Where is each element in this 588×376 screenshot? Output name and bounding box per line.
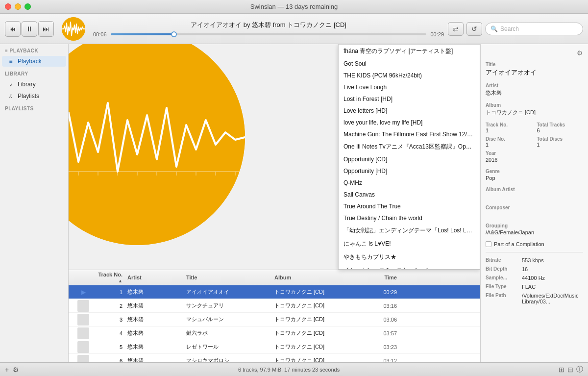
info-bitdepth: Bit Depth 16 <box>486 266 583 272</box>
minimize-button[interactable] <box>15 3 21 10</box>
status-text: 6 tracks, 97.9 MiB, 17 minutes 23 second… <box>238 367 340 373</box>
track-thumb <box>77 314 89 326</box>
search-box[interactable]: 🔍 Search <box>485 23 583 35</box>
main-area: ≡ Playback ≡ Playback Library ♪ Library … <box>0 44 588 362</box>
play-pause-button[interactable]: ⏸ <box>22 21 37 37</box>
td-time: 03:23 <box>372 344 402 350</box>
dropdown-item[interactable]: Sail Canvas <box>339 189 480 201</box>
dropdown-item[interactable]: Live Love Lough <box>339 81 480 93</box>
close-button[interactable] <box>5 3 11 10</box>
dropdown-item[interactable]: love your life, love my life [HD] <box>339 117 480 128</box>
now-playing-text: アイオイアオオイ by 悠木碧 from トコワカノクニ [CD] <box>191 21 346 29</box>
th-title[interactable]: Title <box>186 275 274 280</box>
table-row[interactable]: 3 悠木碧 マシュバルーン トコワカノクニ [CD] 03:06 <box>69 313 480 326</box>
info-samplerate-value: 44100 Hz <box>522 275 545 281</box>
next-button[interactable]: ⏭ <box>38 21 54 37</box>
dropdown-item[interactable]: Opportunity [CD] <box>339 153 480 165</box>
status-left: + ⚙ <box>5 366 19 374</box>
compilation-label: Part of a Compilation <box>494 241 544 247</box>
dropdown-item[interactable]: True Destiny / Chain the world <box>339 212 480 224</box>
dropdown-item[interactable]: fhána 青空のラプソディ [アーティスト盤] <box>339 45 480 58</box>
settings-icon-status[interactable]: ⚙ <box>13 366 19 374</box>
table-row[interactable]: 2 悠木碧 サンクチュアリ トコワカノクニ [CD] 03:16 <box>69 299 480 313</box>
td-artist: 悠木碧 <box>127 357 186 362</box>
meta-genre-value: Pop <box>486 175 583 181</box>
info-bitdepth-label: Bit Depth <box>486 266 520 272</box>
album-art-toolbar <box>62 17 85 41</box>
meta-albumartist-label: Album Artist <box>486 187 583 192</box>
progress-bar[interactable]: 00:06 00:29 <box>93 31 444 37</box>
dropdown-item[interactable]: THE KIDS (PCM 96kHz/24bit) <box>339 70 480 81</box>
progress-thumb[interactable] <box>171 31 177 37</box>
sidebar-item-playback[interactable]: ≡ Playback <box>2 56 66 67</box>
dropdown-item[interactable]: Got Soul <box>339 58 480 70</box>
meta-artist-label: Artist <box>486 83 583 88</box>
meta-totaldiscs-value: 1 <box>537 142 584 148</box>
table-row[interactable]: ▶ 1 悠木碧 アイオイアオオイ トコワカノクニ [CD] 00:29 <box>69 285 480 299</box>
playlists-icon: ♫ <box>7 93 15 100</box>
meta-title-value: アイオイアオオイ <box>486 68 583 77</box>
td-time: 00:29 <box>372 289 402 295</box>
td-title: アイオイアオオイ <box>186 288 274 296</box>
meta-album-label: Album <box>486 102 583 108</box>
td-title: レゼトワール <box>186 343 274 351</box>
album-dropdown-list[interactable]: fhána 青空のラプソディ [アーティスト盤]Got SoulTHE KIDS… <box>338 44 480 270</box>
sidebar-item-playlists-lib[interactable]: ♫ Playlists <box>2 91 66 101</box>
compilation-checkbox[interactable] <box>486 241 491 247</box>
dropdown-item[interactable]: やきもちカプリス★ <box>339 251 480 264</box>
th-artist[interactable]: Artist <box>127 275 186 280</box>
dropdown-item[interactable]: 「幼女戦記」エンディングテーマ「Los! Los! Los!」 <box>339 224 480 237</box>
settings-icon[interactable]: ⚙ <box>577 49 583 57</box>
th-album[interactable]: Album <box>274 275 372 280</box>
repeat-button[interactable]: ↺ <box>466 22 482 36</box>
dropdown-item[interactable]: にゃんこ is L♥VE! <box>339 237 480 251</box>
th-trackno[interactable]: Track No. ▲ <box>98 272 127 283</box>
grid-view-icon[interactable]: ⊞ <box>559 366 564 374</box>
td-trackno: 2 <box>98 303 127 309</box>
meta-title-label: Title <box>486 62 583 67</box>
td-title: 鍵六ラボ <box>186 329 274 337</box>
maximize-button[interactable] <box>24 3 31 10</box>
title-bar: Swinsian — 13 days remaining <box>0 0 588 14</box>
meta-trackno-label: Track No. <box>486 122 532 127</box>
meta-artist: Artist 悠木碧 <box>486 83 583 97</box>
dropdown-item[interactable]: Love letters [HD] <box>339 105 480 117</box>
search-icon: 🔍 <box>490 25 498 32</box>
sidebar-item-library[interactable]: ♪ Library <box>2 79 66 90</box>
meta-composer: Composer <box>486 205 583 217</box>
compilation-checkbox-row[interactable]: Part of a Compilation <box>486 241 583 247</box>
progress-track[interactable] <box>111 33 426 35</box>
dropdown-item[interactable]: Lost in Forest [HD] <box>339 93 480 105</box>
meta-albumartist-value <box>486 193 583 199</box>
shuffle-button[interactable]: ⇄ <box>448 22 464 36</box>
dropdown-item[interactable]: Machine Gun: The Fillmore East First Sho… <box>339 128 480 140</box>
info-icon[interactable]: ⓘ <box>576 365 583 374</box>
previous-button[interactable]: ⏮ <box>5 21 21 37</box>
list-view-icon[interactable]: ⊟ <box>567 366 573 374</box>
td-artwork: ▶ <box>69 289 98 296</box>
meta-totaldiscs-label: Total Discs <box>537 136 584 142</box>
dropdown-item[interactable]: True Around The True <box>339 201 480 212</box>
meta-year-value: 2016 <box>486 157 583 163</box>
track-table-body: ▶ 1 悠木碧 アイオイアオオイ トコワカノクニ [CD] 00:29 2 悠木… <box>69 285 480 362</box>
td-album: トコワカノクニ [CD] <box>274 302 372 309</box>
td-album: トコワカノクニ [CD] <box>274 329 372 337</box>
th-time[interactable]: Time <box>372 275 402 280</box>
meta-discno-col: Disc No. 1 <box>486 136 532 148</box>
td-artist: 悠木碧 <box>127 343 186 351</box>
table-row[interactable]: 6 悠木碧 マシロキマボロシ トコワカノクニ [CD] 03:12 <box>69 354 480 362</box>
add-playlist-icon[interactable]: + <box>5 366 9 374</box>
library-icon: ♪ <box>7 81 15 88</box>
dropdown-item[interactable]: Q-MHz <box>339 177 480 189</box>
sidebar-label-playback: Playback <box>18 58 42 65</box>
meta-totaltracks-label: Total Tracks <box>537 122 584 127</box>
dropdown-item[interactable]: One Iii Notes Tvアニメ『Acca13区監察課』Op主題歌「Sha… <box>339 140 480 153</box>
meta-trackno-value: 1 <box>486 127 532 133</box>
dropdown-item[interactable]: Opportunity [HD] <box>339 165 480 177</box>
td-album: トコワカノクニ [CD] <box>274 357 372 362</box>
table-row[interactable]: 5 悠木碧 レゼトワール トコワカノクニ [CD] 03:23 <box>69 340 480 354</box>
dropdown-item[interactable]: イシュカン・コミュニケーション <box>339 264 480 270</box>
th-trackno-label: Track No. <box>98 272 122 277</box>
table-row[interactable]: 4 悠木碧 鍵六ラボ トコワカノクニ [CD] 03:57 <box>69 326 480 340</box>
progress-fill <box>111 33 174 35</box>
